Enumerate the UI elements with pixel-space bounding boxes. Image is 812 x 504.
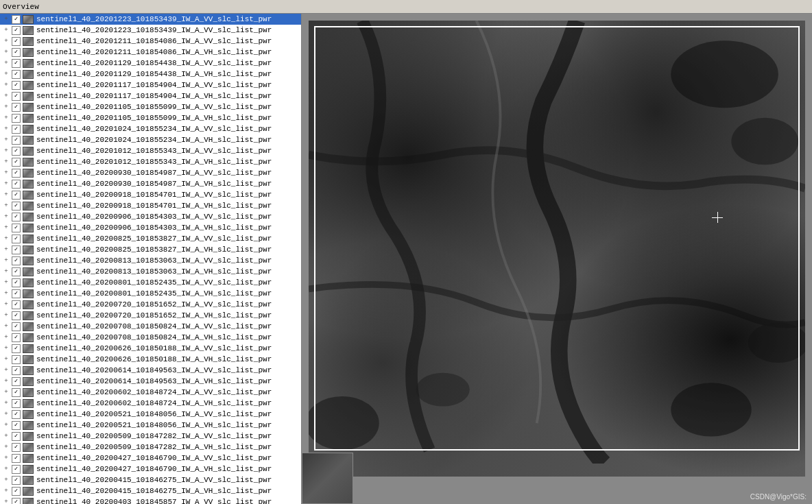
layer-item[interactable]: +sentinel1_40_20200614_101849563_IW_A_VV…: [0, 365, 301, 376]
expand-icon[interactable]: +: [1, 212, 11, 221]
expand-icon[interactable]: +: [1, 256, 11, 265]
layer-item[interactable]: +sentinel1_40_20200521_101848056_IW_A_VH…: [0, 420, 301, 431]
layer-checkbox[interactable]: [12, 388, 21, 397]
expand-icon[interactable]: +: [1, 431, 11, 441]
layer-item[interactable]: +sentinel1_40_20200509_101847282_IW_A_VV…: [0, 431, 301, 442]
layer-item[interactable]: +sentinel1_40_20200626_101850188_IW_A_VH…: [0, 354, 301, 365]
layer-item[interactable]: +sentinel1_40_20200614_101849563_IW_A_VH…: [0, 376, 301, 387]
layer-item[interactable]: +sentinel1_40_20200521_101848056_IW_A_VV…: [0, 409, 301, 420]
expand-icon[interactable]: +: [1, 201, 11, 211]
layer-checkbox[interactable]: [12, 158, 21, 167]
layer-checkbox[interactable]: [12, 125, 21, 134]
layer-checkbox[interactable]: [12, 70, 21, 79]
layer-checkbox[interactable]: [12, 191, 21, 200]
layer-checkbox[interactable]: [12, 59, 21, 68]
layer-item[interactable]: +sentinel1_40_20200427_101846790_IW_A_VV…: [0, 453, 301, 464]
layer-item[interactable]: +sentinel1_40_20201129_101854438_IW_A_VH…: [0, 69, 301, 80]
layer-checkbox[interactable]: [12, 26, 21, 35]
layer-checkbox[interactable]: [12, 37, 21, 46]
layer-item[interactable]: +sentinel1_40_20200602_101848724_IW_A_VH…: [0, 398, 301, 409]
expand-icon[interactable]: +: [1, 289, 11, 298]
expand-icon[interactable]: +: [1, 36, 11, 46]
expand-icon[interactable]: +: [1, 47, 11, 57]
layer-item[interactable]: +sentinel1_40_20201211_101854086_IW_A_VV…: [0, 36, 301, 47]
expand-icon[interactable]: +: [1, 333, 11, 342]
expand-icon[interactable]: +: [1, 398, 11, 408]
layer-item[interactable]: +sentinel1_40_20200427_101846790_IW_A_VH…: [0, 464, 301, 475]
layer-item[interactable]: +sentinel1_40_20200801_101852435_IW_A_VH…: [0, 288, 301, 299]
layer-checkbox[interactable]: [12, 169, 21, 178]
expand-icon[interactable]: +: [1, 223, 11, 232]
layer-item[interactable]: +sentinel1_40_20201129_101854438_IW_A_VV…: [0, 58, 301, 69]
layer-checkbox[interactable]: [12, 322, 21, 331]
layer-item[interactable]: +sentinel1_40_20200415_101846275_IW_A_VH…: [0, 485, 301, 496]
layer-item[interactable]: +sentinel1_40_20201012_101855343_IW_A_VV…: [0, 145, 301, 156]
layer-checkbox[interactable]: [12, 92, 21, 101]
layer-item[interactable]: +sentinel1_40_20201117_101854904_IW_A_VH…: [0, 91, 301, 101]
layer-item[interactable]: +sentinel1_40_20201105_101855099_IW_A_VV…: [0, 101, 301, 112]
expand-icon[interactable]: +: [1, 300, 11, 309]
expand-icon[interactable]: +: [1, 58, 11, 68]
expand-icon[interactable]: +: [1, 179, 11, 189]
expand-icon[interactable]: +: [1, 344, 11, 353]
layer-item[interactable]: +sentinel1_40_20201012_101855343_IW_A_VH…: [0, 156, 301, 167]
layer-checkbox[interactable]: [12, 48, 21, 57]
layer-checkbox[interactable]: [12, 399, 21, 408]
layer-item[interactable]: +sentinel1_40_20200813_101853063_IW_A_VV…: [0, 255, 301, 266]
layer-checkbox[interactable]: [12, 487, 21, 496]
expand-icon[interactable]: +: [1, 102, 11, 112]
layer-item[interactable]: +sentinel1_40_20200509_101847282_IW_A_VH…: [0, 442, 301, 453]
expand-icon[interactable]: +: [1, 355, 11, 364]
expand-icon[interactable]: +: [1, 376, 11, 386]
expand-icon[interactable]: +: [1, 157, 11, 167]
layer-checkbox[interactable]: [12, 224, 21, 232]
layer-item[interactable]: +sentinel1_40_20201223_101853439_IW_A_VV…: [0, 14, 301, 25]
layer-item[interactable]: +sentinel1_40_20200813_101853063_IW_A_VH…: [0, 266, 301, 277]
layer-checkbox[interactable]: [12, 202, 21, 211]
expand-icon[interactable]: +: [1, 113, 11, 123]
layer-checkbox[interactable]: [12, 432, 21, 441]
layer-item[interactable]: +sentinel1_40_20200930_101854987_IW_A_VV…: [0, 167, 301, 178]
expand-icon[interactable]: +: [1, 124, 11, 134]
layer-checkbox[interactable]: [12, 377, 21, 386]
layer-panel[interactable]: +sentinel1_40_20201223_101853439_IW_A_VV…: [0, 14, 302, 504]
expand-icon[interactable]: +: [1, 234, 11, 243]
layer-checkbox[interactable]: [12, 213, 21, 221]
layer-checkbox[interactable]: [12, 278, 21, 287]
layer-checkbox[interactable]: [12, 355, 21, 364]
layer-item[interactable]: +sentinel1_40_20200825_101853827_IW_A_VV…: [0, 233, 301, 244]
layer-item[interactable]: +sentinel1_40_20200906_101854303_IW_A_VV…: [0, 211, 301, 222]
layer-item[interactable]: +sentinel1_40_20200930_101854987_IW_A_VH…: [0, 178, 301, 189]
layer-item[interactable]: +sentinel1_40_20201223_101853439_IW_A_VV…: [0, 25, 301, 36]
expand-icon[interactable]: +: [1, 453, 11, 463]
layer-checkbox[interactable]: [12, 476, 21, 485]
expand-icon[interactable]: +: [1, 322, 11, 331]
layer-checkbox[interactable]: [12, 344, 21, 353]
layer-checkbox[interactable]: [12, 498, 21, 505]
layer-checkbox[interactable]: [12, 366, 21, 375]
layer-item[interactable]: +sentinel1_40_20200906_101854303_IW_A_VH…: [0, 222, 301, 233]
layer-item[interactable]: +sentinel1_40_20200708_101850824_IW_A_VH…: [0, 332, 301, 343]
layer-item[interactable]: +sentinel1_40_20201105_101855099_IW_A_VH…: [0, 112, 301, 123]
layer-checkbox[interactable]: [12, 136, 21, 145]
expand-icon[interactable]: +: [1, 387, 11, 397]
expand-icon[interactable]: +: [1, 25, 11, 35]
layer-checkbox[interactable]: [12, 333, 21, 342]
expand-icon[interactable]: +: [1, 69, 11, 79]
layer-checkbox[interactable]: [12, 256, 21, 265]
expand-icon[interactable]: +: [1, 475, 11, 485]
layer-checkbox[interactable]: [12, 267, 21, 276]
layer-checkbox[interactable]: [12, 300, 21, 309]
layer-item[interactable]: +sentinel1_40_20200918_101854701_IW_A_VH…: [0, 200, 301, 211]
layer-checkbox[interactable]: [12, 443, 21, 452]
layer-checkbox[interactable]: [12, 454, 21, 463]
layer-item[interactable]: +sentinel1_40_20200801_101852435_IW_A_VV…: [0, 277, 301, 288]
layer-checkbox[interactable]: [12, 103, 21, 112]
expand-icon[interactable]: +: [1, 91, 11, 101]
expand-icon[interactable]: +: [1, 464, 11, 474]
expand-icon[interactable]: +: [1, 420, 11, 430]
layer-item[interactable]: +sentinel1_40_20201024_101855234_IW_A_VV…: [0, 123, 301, 134]
layer-checkbox[interactable]: [12, 289, 21, 298]
layer-item[interactable]: +sentinel1_40_20200918_101854701_IW_A_VV…: [0, 189, 301, 200]
expand-icon[interactable]: +: [1, 278, 11, 287]
